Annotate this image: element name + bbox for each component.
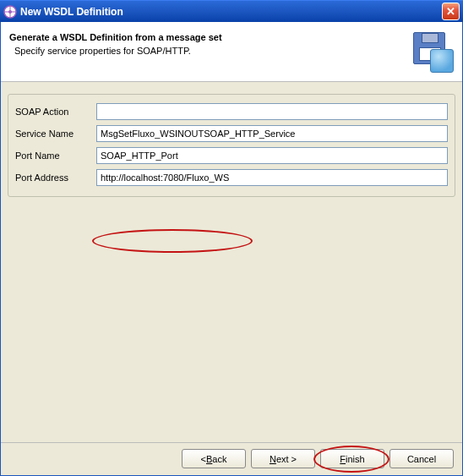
service-name-label: Service Name: [15, 129, 96, 139]
globe-icon: [430, 49, 454, 73]
port-name-input[interactable]: [96, 147, 448, 164]
close-icon: ✕: [446, 5, 455, 18]
form-group: SOAP Action Service Name Port Name Port …: [8, 94, 455, 197]
annotation-circle-port-address: [92, 229, 253, 253]
titlebar: New WSDL Definition ✕: [0, 0, 463, 22]
soap-action-label: SOAP Action: [15, 107, 96, 117]
window-title: New WSDL Definition: [20, 6, 442, 18]
button-bar: < Back Next > Finish Cancel: [182, 449, 454, 468]
cancel-button[interactable]: Cancel: [389, 449, 454, 468]
header-panel: Generate a WSDL Definition from a messag…: [1, 22, 462, 82]
service-name-input[interactable]: [96, 125, 448, 142]
next-button[interactable]: Next >: [251, 449, 315, 468]
back-button[interactable]: < Back: [182, 449, 246, 468]
port-name-label: Port Name: [15, 150, 96, 161]
soap-action-input[interactable]: [96, 103, 448, 120]
page-subtitle: Specify service properties for SOAP/HTTP…: [14, 46, 413, 56]
port-address-input[interactable]: [96, 169, 448, 186]
separator: [1, 442, 462, 443]
page-title: Generate a WSDL Definition from a messag…: [9, 32, 413, 42]
app-icon: [3, 5, 17, 19]
close-button[interactable]: ✕: [442, 3, 460, 20]
finish-button[interactable]: Finish: [320, 449, 384, 468]
port-address-label: Port Address: [15, 172, 96, 183]
wizard-icon: [413, 32, 454, 73]
